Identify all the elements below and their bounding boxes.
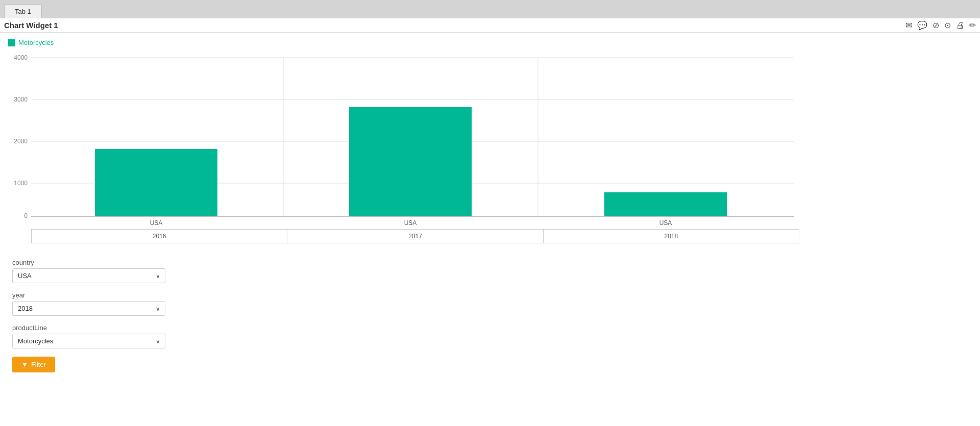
- toolbar: Chart Widget 1 ✉ 💬 ⊘ ⊙ 🖨 ✏: [0, 18, 980, 33]
- bar-chart: 4000 3000 2000 1000 0 USA USA USA: [8, 51, 799, 229]
- svg-text:0: 0: [24, 212, 28, 219]
- toolbar-icons: ✉ 💬 ⊘ ⊙ 🖨 ✏: [905, 20, 976, 30]
- email-icon[interactable]: ✉: [905, 20, 912, 30]
- country-select-wrapper: USA UK France Germany: [12, 268, 165, 283]
- year-filter-group: year 2016 2017 2018: [12, 291, 968, 316]
- year-select-wrapper: 2016 2017 2018: [12, 301, 165, 316]
- legend-color-swatch: [8, 39, 15, 46]
- year-axis: 2016 2017 2018: [31, 229, 799, 243]
- print-icon[interactable]: 🖨: [956, 21, 964, 30]
- browser-tab[interactable]: Tab 1: [4, 4, 42, 18]
- bar-2016: [95, 149, 217, 216]
- filter-icon[interactable]: ⊘: [933, 20, 939, 30]
- main-content: Motorcycles 4000 3000 2000 1000 0 USA US…: [0, 33, 980, 426]
- year-label-2016: 2016: [31, 229, 287, 243]
- productline-filter-group: productLine Motorcycles Classic Cars Tru…: [12, 324, 968, 348]
- productline-filter-label: productLine: [12, 324, 968, 332]
- svg-text:3000: 3000: [14, 96, 28, 103]
- edit-icon[interactable]: ✏: [969, 20, 976, 30]
- productline-select-wrapper: Motorcycles Classic Cars Trucks and Buse…: [12, 334, 165, 348]
- year-label-2018: 2018: [544, 229, 799, 243]
- bar-2017: [349, 107, 472, 216]
- filter-button-label: Filter: [31, 361, 46, 368]
- svg-text:USA: USA: [659, 219, 672, 227]
- filter-button[interactable]: ▼ Filter: [12, 357, 55, 372]
- productline-select[interactable]: Motorcycles Classic Cars Trucks and Buse…: [12, 334, 165, 348]
- svg-text:USA: USA: [150, 219, 163, 227]
- chat-icon[interactable]: 💬: [917, 20, 927, 30]
- country-filter-group: country USA UK France Germany: [12, 259, 968, 283]
- svg-text:1000: 1000: [14, 180, 28, 187]
- page-title: Chart Widget 1: [4, 21, 58, 30]
- svg-text:4000: 4000: [14, 54, 28, 61]
- year-label-2017: 2017: [287, 229, 543, 243]
- browser-chrome: Tab 1: [0, 0, 980, 18]
- filter-icon: ▼: [21, 361, 28, 368]
- year-filter-label: year: [12, 291, 968, 299]
- svg-text:2000: 2000: [14, 138, 28, 145]
- country-filter-label: country: [12, 259, 968, 266]
- chart-legend: Motorcycles: [8, 39, 972, 46]
- filters-section: country USA UK France Germany year 2016 …: [8, 259, 972, 372]
- legend-label: Motorcycles: [18, 39, 54, 46]
- settings-icon[interactable]: ⊙: [944, 20, 951, 30]
- year-select[interactable]: 2016 2017 2018: [12, 301, 165, 316]
- tab-label: Tab 1: [15, 8, 31, 15]
- country-select[interactable]: USA UK France Germany: [12, 268, 165, 283]
- chart-area: 4000 3000 2000 1000 0 USA USA USA: [8, 51, 972, 243]
- bar-2018: [604, 192, 727, 216]
- svg-text:USA: USA: [404, 219, 417, 227]
